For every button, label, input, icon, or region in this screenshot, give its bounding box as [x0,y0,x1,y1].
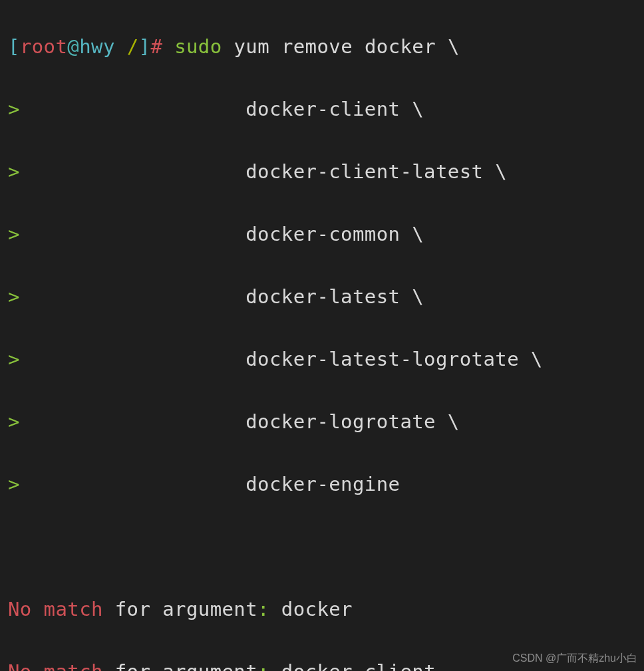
continuation-marker: > [8,98,20,120]
no-match-arg: docker [281,598,353,620]
continuation-line: > docker-client-latest \ [8,156,644,188]
continuation-package: docker-common \ [245,223,424,245]
continuation-marker: > [8,160,20,183]
prompt-sudo: sudo [174,35,234,58]
prompt-open-bracket: [ [8,35,20,58]
prompt-user: root [20,35,67,58]
continuation-indent [20,285,245,308]
continuation-marker: > [8,473,20,495]
continuation-package: docker-client-latest \ [245,160,507,183]
prompt-at: @ [67,35,79,58]
continuation-line: > docker-latest-logrotate \ [8,344,644,375]
continuation-marker: > [8,348,20,370]
continuation-package: docker-engine [245,473,400,495]
continuation-package: docker-latest-logrotate \ [245,348,543,370]
watermark-text: CSDN @广而不精zhu小白 [512,652,637,666]
prompt-path: / [115,35,139,58]
continuation-line: > docker-common \ [8,219,644,250]
continuation-line: > docker-latest \ [8,281,644,313]
no-match-colon: : [257,598,281,620]
no-match-line: No match for argument: docker [8,594,644,625]
no-match-prefix: No match [8,598,103,620]
no-match-mid: for argument [103,660,257,671]
continuation-line: > docker-client \ [8,94,644,125]
prompt-close-bracket: ] [139,35,151,58]
no-match-prefix: No match [8,660,103,671]
continuation-indent [20,160,245,183]
continuation-line: > docker-engine [8,469,644,500]
prompt-command: yum remove docker \ [234,35,459,58]
continuation-marker: > [8,223,20,245]
continuation-package: docker-logrotate \ [245,410,459,433]
continuation-package: docker-latest \ [245,285,424,308]
no-match-arg: docker-client [281,660,436,671]
no-match-mid: for argument [103,598,257,620]
continuation-marker: > [8,285,20,308]
continuation-indent [20,348,245,370]
prompt-hash: # [150,35,174,58]
prompt-line: [root@hwy /]# sudo yum remove docker \ [8,31,644,63]
blank-line [8,531,644,563]
no-match-colon: : [257,660,281,671]
continuation-indent [20,98,245,120]
continuation-indent [20,473,245,495]
continuation-indent [20,223,245,245]
continuation-indent [20,410,245,433]
continuation-line: > docker-logrotate \ [8,406,644,438]
continuation-package: docker-client \ [245,98,424,120]
prompt-host: hwy [79,35,115,58]
terminal-output[interactable]: [root@hwy /]# sudo yum remove docker \ >… [0,0,644,671]
continuation-marker: > [8,410,20,433]
